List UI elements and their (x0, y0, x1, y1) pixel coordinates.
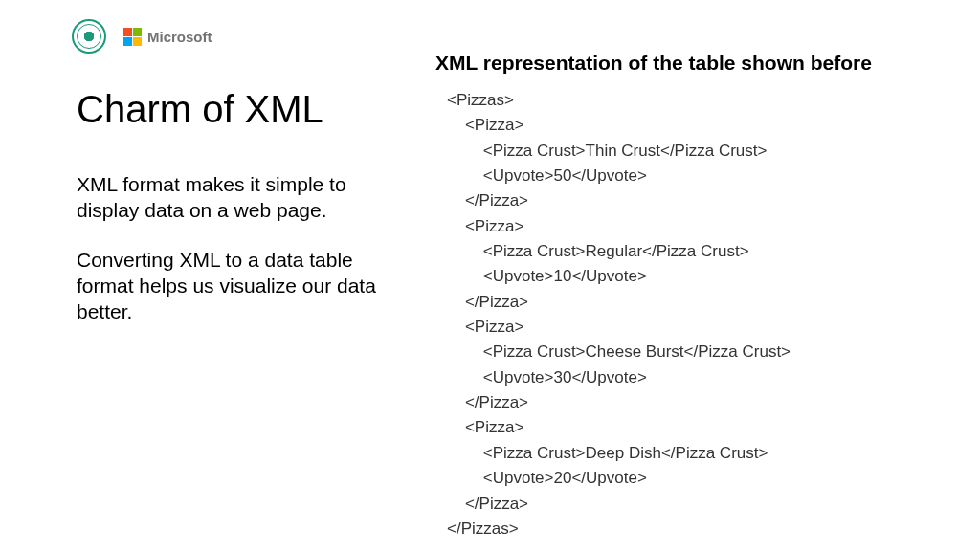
slide-title: Charm of XML (77, 88, 383, 131)
body-text: XML format makes it simple to display da… (77, 171, 383, 324)
institution-logo-icon (72, 19, 106, 54)
microsoft-label: Microsoft (147, 29, 212, 45)
left-column: Charm of XML XML format makes it simple … (77, 88, 383, 347)
paragraph-2: Converting XML to a data table format he… (77, 247, 383, 325)
logo-bar: Microsoft (72, 19, 212, 54)
xml-code-block: <Pizzas> <Pizza> <Pizza Crust>Thin Crust… (435, 88, 933, 541)
microsoft-logo: Microsoft (123, 28, 212, 46)
right-column: XML representation of the table shown be… (435, 52, 933, 541)
paragraph-1: XML format makes it simple to display da… (77, 171, 383, 224)
xml-heading: XML representation of the table shown be… (435, 52, 933, 75)
microsoft-squares-icon (123, 28, 142, 46)
